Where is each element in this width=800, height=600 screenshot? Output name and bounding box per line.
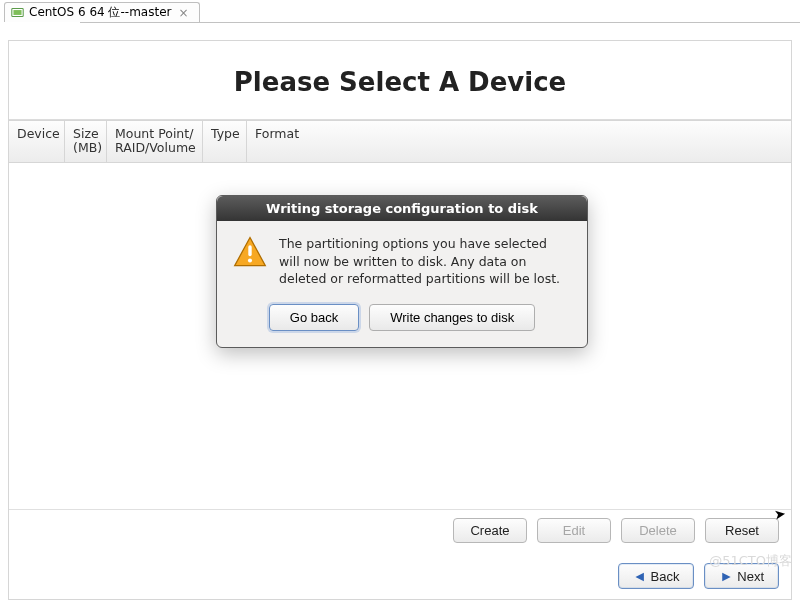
go-back-button[interactable]: Go back <box>269 304 359 331</box>
arrow-left-icon: ◄ <box>633 568 647 584</box>
arrow-right-icon: ► <box>719 568 733 584</box>
cursor-icon: ➤ <box>773 505 787 522</box>
vm-icon <box>11 6 24 19</box>
th-type[interactable]: Type <box>203 121 247 162</box>
th-mount[interactable]: Mount Point/ RAID/Volume <box>107 121 203 162</box>
svg-rect-3 <box>248 245 251 256</box>
back-button-label: Back <box>651 569 680 584</box>
edit-button: Edit <box>537 518 611 543</box>
write-changes-button[interactable]: Write changes to disk <box>369 304 535 331</box>
dialog-body: The partitioning options you have select… <box>217 221 587 298</box>
next-button-label: Next <box>737 569 764 584</box>
vm-tabbar: CentOS 6 64 位--master × <box>0 0 800 22</box>
partition-action-row: Create Edit Delete Reset <box>9 509 791 551</box>
device-table-header: Device Size (MB) Mount Point/ RAID/Volum… <box>9 120 791 163</box>
dialog-button-row: Go back Write changes to disk <box>217 298 587 347</box>
watermark: @51CTO博客 <box>709 552 792 570</box>
delete-button: Delete <box>621 518 695 543</box>
th-device[interactable]: Device <box>9 121 65 162</box>
svg-rect-1 <box>13 10 21 15</box>
vm-tab[interactable]: CentOS 6 64 位--master × <box>4 2 200 22</box>
warning-icon <box>233 235 267 269</box>
write-storage-dialog: Writing storage configuration to disk Th… <box>216 195 588 348</box>
th-format[interactable]: Format <box>247 121 791 162</box>
nav-row: ◄ Back ► Next <box>9 553 791 599</box>
create-button[interactable]: Create <box>453 518 527 543</box>
reset-button[interactable]: Reset <box>705 518 779 543</box>
dialog-message: The partitioning options you have select… <box>279 235 571 288</box>
page-title: Please Select A Device <box>9 41 791 119</box>
svg-point-4 <box>248 258 252 262</box>
th-size[interactable]: Size (MB) <box>65 121 107 162</box>
vm-tab-label: CentOS 6 64 位--master <box>29 4 171 21</box>
close-icon[interactable]: × <box>176 7 190 19</box>
back-button[interactable]: ◄ Back <box>618 563 695 589</box>
dialog-title: Writing storage configuration to disk <box>217 196 587 221</box>
tabstrip-divider <box>80 22 800 23</box>
